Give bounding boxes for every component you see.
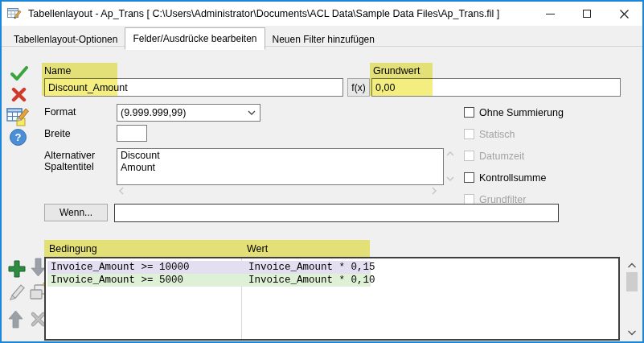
- condition-row-1[interactable]: Invoice_Amount >= 10000 Invoice_Amount *…: [47, 261, 371, 274]
- scroll-up-icon[interactable]: [446, 151, 454, 156]
- scrollbar-down-icon[interactable]: [627, 328, 637, 337]
- condition-row-2[interactable]: Invoice_Amount >= 5000 Invoice_Amount * …: [47, 274, 371, 287]
- tab-felder-ausdruecke-bearbeiten[interactable]: Felder/Ausdrücke bearbeiten: [125, 27, 265, 50]
- value-cell: Invoice_Amount * 0,10: [248, 274, 375, 287]
- question-mark-icon: ?: [15, 131, 22, 143]
- column-header-bedingung: Bedingung: [49, 243, 97, 254]
- scrollbar-up-icon[interactable]: [627, 261, 637, 271]
- scroll-left-icon[interactable]: [119, 187, 124, 195]
- table-vertical-scrollbar[interactable]: [626, 258, 638, 341]
- conditions-table[interactable]: Invoice_Amount >= 10000 Invoice_Amount *…: [44, 257, 620, 341]
- grundwert-label: Grundwert: [373, 65, 420, 76]
- format-combobox-value: (9.999.999,99): [121, 107, 186, 118]
- close-icon: [620, 10, 629, 19]
- checkbox-datumzeit-label: Datumzeit: [479, 151, 524, 162]
- wenn-button[interactable]: Wenn...: [44, 204, 108, 221]
- window-title: Tabellenlayout - Ap_Trans [ C:\Users\Adm…: [28, 8, 499, 19]
- condition-cell: Invoice_Amount >= 10000: [51, 261, 190, 274]
- scrollbar-thumb[interactable]: [626, 272, 638, 291]
- edit-table-layout-button[interactable]: [6, 106, 30, 128]
- pencil-icon: [8, 283, 27, 302]
- grundwert-input[interactable]: [371, 78, 621, 97]
- cancel-button[interactable]: [11, 87, 27, 102]
- checkbox-ohne-summierung-label: Ohne Summierung: [479, 107, 564, 118]
- green-check-icon: [10, 66, 28, 81]
- checkbox-kontrollsumme-label: Kontrollsumme: [479, 172, 546, 184]
- format-combobox[interactable]: (9.999.999,99): [117, 104, 260, 122]
- up-arrow-icon: [8, 309, 23, 329]
- column-header-wert: Wert: [247, 243, 268, 254]
- checkbox-statisch-label: Statisch: [479, 129, 515, 140]
- checkbox-datumzeit: [464, 151, 474, 161]
- maximize-button[interactable]: [568, 2, 605, 26]
- fx-button[interactable]: f(x): [347, 78, 370, 97]
- condition-cell: Invoice_Amount >= 5000: [51, 274, 183, 287]
- edit-condition-button[interactable]: [8, 283, 27, 302]
- alt-spaltentitel-label: Alternativer Spaltentitel: [44, 150, 95, 172]
- checkbox-kontrollsumme[interactable]: [464, 172, 474, 183]
- app-table-edit-icon: [7, 7, 22, 20]
- breite-label: Breite: [44, 128, 71, 139]
- wenn-input[interactable]: [114, 204, 559, 222]
- checkbox-ohne-summierung[interactable]: [464, 107, 474, 118]
- add-condition-button[interactable]: [8, 260, 26, 278]
- tab-neuen-filter-hinzufuegen[interactable]: Neuen Filter hinzufügen: [265, 30, 382, 50]
- plus-icon: [8, 260, 26, 278]
- checkbox-statisch: [464, 129, 474, 139]
- name-label: Name: [44, 65, 71, 76]
- minimize-button[interactable]: [531, 2, 568, 26]
- name-input[interactable]: [44, 78, 343, 97]
- maximize-icon: [583, 10, 591, 18]
- breite-input[interactable]: [117, 125, 147, 142]
- scroll-down-icon[interactable]: [446, 176, 454, 181]
- red-x-icon: [11, 87, 27, 102]
- table-edit-icon: [6, 106, 30, 128]
- scroll-right-icon[interactable]: [432, 187, 437, 195]
- help-button[interactable]: ?: [10, 129, 27, 146]
- alt-spaltentitel-textarea[interactable]: Discount Amount: [117, 148, 444, 185]
- tab-tabellenlayout-optionen[interactable]: Tabellenlayout-Optionen: [6, 30, 125, 50]
- value-cell: Invoice_Amount * 0,15: [248, 261, 375, 274]
- accept-button[interactable]: [10, 66, 28, 81]
- tabellenlayout-dialog: Tabellenlayout - Ap_Trans [ C:\Users\Adm…: [0, 0, 644, 343]
- close-button[interactable]: [605, 2, 642, 26]
- minimize-icon: [546, 14, 555, 14]
- format-label: Format: [44, 106, 76, 118]
- tabstrip: Tabellenlayout-Optionen Felder/Ausdrücke…: [6, 27, 382, 50]
- chevron-down-icon: [248, 110, 256, 115]
- move-up-button[interactable]: [8, 309, 23, 329]
